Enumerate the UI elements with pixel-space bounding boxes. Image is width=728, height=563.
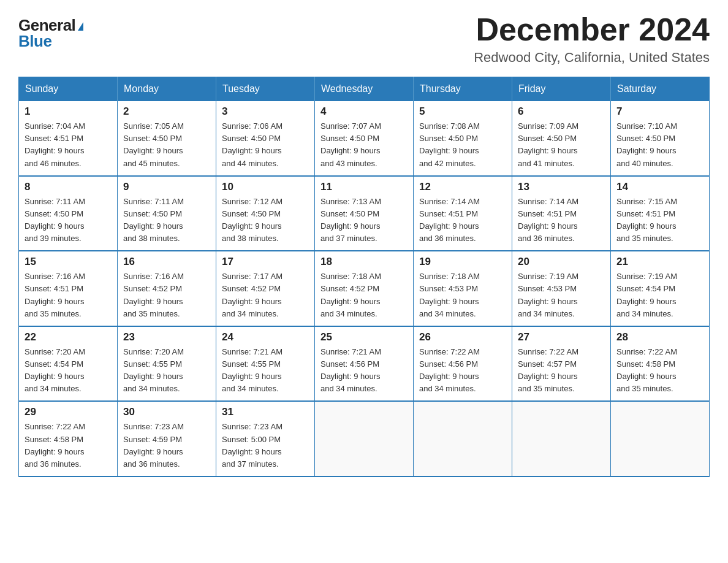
day-cell: 4Sunrise: 7:07 AMSunset: 4:50 PMDaylight… xyxy=(315,101,414,176)
week-row-3: 15Sunrise: 7:16 AMSunset: 4:51 PMDayligh… xyxy=(19,251,710,326)
calendar-header: SundayMondayTuesdayWednesdayThursdayFrid… xyxy=(19,77,710,101)
day-number: 2 xyxy=(123,105,210,118)
day-cell: 2Sunrise: 7:05 AMSunset: 4:50 PMDaylight… xyxy=(118,101,216,176)
day-cell: 31Sunrise: 7:23 AMSunset: 5:00 PMDayligh… xyxy=(216,401,315,477)
day-cell: 18Sunrise: 7:18 AMSunset: 4:52 PMDayligh… xyxy=(315,251,414,326)
month-title: December 2024 xyxy=(474,12,710,47)
day-number: 22 xyxy=(25,331,112,343)
day-info: Sunrise: 7:09 AMSunset: 4:50 PMDaylight:… xyxy=(518,120,605,170)
day-info: Sunrise: 7:18 AMSunset: 4:52 PMDaylight:… xyxy=(320,270,408,320)
day-info: Sunrise: 7:11 AMSunset: 4:50 PMDaylight:… xyxy=(25,196,112,245)
day-info: Sunrise: 7:19 AMSunset: 4:54 PMDaylight:… xyxy=(616,270,703,320)
header-wednesday: Wednesday xyxy=(315,77,414,101)
day-cell: 3Sunrise: 7:06 AMSunset: 4:50 PMDaylight… xyxy=(216,101,315,176)
day-number: 10 xyxy=(222,181,309,193)
day-cell: 12Sunrise: 7:14 AMSunset: 4:51 PMDayligh… xyxy=(414,176,512,251)
day-number: 16 xyxy=(123,256,210,268)
day-cell: 29Sunrise: 7:22 AMSunset: 4:58 PMDayligh… xyxy=(19,401,118,477)
day-number: 14 xyxy=(616,181,703,193)
day-info: Sunrise: 7:15 AMSunset: 4:51 PMDaylight:… xyxy=(616,196,703,245)
day-number: 24 xyxy=(222,331,309,343)
day-number: 23 xyxy=(123,331,210,343)
logo-blue-text: Blue xyxy=(18,32,51,50)
day-number: 7 xyxy=(616,105,703,118)
day-cell: 8Sunrise: 7:11 AMSunset: 4:50 PMDaylight… xyxy=(19,176,118,251)
page-header: General Blue December 2024 Redwood City,… xyxy=(18,12,710,66)
day-info: Sunrise: 7:07 AMSunset: 4:50 PMDaylight:… xyxy=(320,120,408,170)
day-cell: 26Sunrise: 7:22 AMSunset: 4:56 PMDayligh… xyxy=(414,326,512,402)
header-thursday: Thursday xyxy=(414,77,512,101)
day-cell: 9Sunrise: 7:11 AMSunset: 4:50 PMDaylight… xyxy=(118,176,216,251)
week-row-2: 8Sunrise: 7:11 AMSunset: 4:50 PMDaylight… xyxy=(19,176,710,251)
day-cell: 28Sunrise: 7:22 AMSunset: 4:58 PMDayligh… xyxy=(611,326,710,402)
logo-line2: Blue xyxy=(18,33,51,49)
day-number: 6 xyxy=(518,105,605,118)
day-cell: 16Sunrise: 7:16 AMSunset: 4:52 PMDayligh… xyxy=(118,251,216,326)
day-number: 18 xyxy=(320,256,408,268)
day-info: Sunrise: 7:14 AMSunset: 4:51 PMDaylight:… xyxy=(518,196,605,245)
day-number: 1 xyxy=(25,105,112,118)
calendar-table: SundayMondayTuesdayWednesdayThursdayFrid… xyxy=(18,77,710,477)
day-info: Sunrise: 7:08 AMSunset: 4:50 PMDaylight:… xyxy=(419,120,506,170)
day-number: 21 xyxy=(616,256,703,268)
day-cell: 17Sunrise: 7:17 AMSunset: 4:52 PMDayligh… xyxy=(216,251,315,326)
day-cell: 1Sunrise: 7:04 AMSunset: 4:51 PMDaylight… xyxy=(19,101,118,176)
day-cell: 22Sunrise: 7:20 AMSunset: 4:54 PMDayligh… xyxy=(19,326,118,402)
calendar-body: 1Sunrise: 7:04 AMSunset: 4:51 PMDaylight… xyxy=(19,101,710,477)
day-cell: 25Sunrise: 7:21 AMSunset: 4:56 PMDayligh… xyxy=(315,326,414,402)
day-cell xyxy=(512,401,611,477)
day-number: 17 xyxy=(222,256,309,268)
day-info: Sunrise: 7:16 AMSunset: 4:52 PMDaylight:… xyxy=(123,270,210,320)
header-saturday: Saturday xyxy=(611,77,710,101)
day-info: Sunrise: 7:20 AMSunset: 4:54 PMDaylight:… xyxy=(25,346,112,396)
day-cell: 21Sunrise: 7:19 AMSunset: 4:54 PMDayligh… xyxy=(611,251,710,326)
header-row: SundayMondayTuesdayWednesdayThursdayFrid… xyxy=(19,77,710,101)
week-row-4: 22Sunrise: 7:20 AMSunset: 4:54 PMDayligh… xyxy=(19,326,710,402)
day-info: Sunrise: 7:17 AMSunset: 4:52 PMDaylight:… xyxy=(222,270,309,320)
day-cell: 15Sunrise: 7:16 AMSunset: 4:51 PMDayligh… xyxy=(19,251,118,326)
day-info: Sunrise: 7:21 AMSunset: 4:55 PMDaylight:… xyxy=(222,346,309,396)
logo-line1: General xyxy=(18,17,83,33)
day-info: Sunrise: 7:04 AMSunset: 4:51 PMDaylight:… xyxy=(25,120,112,170)
day-number: 11 xyxy=(320,181,408,193)
day-number: 19 xyxy=(419,256,506,268)
day-info: Sunrise: 7:16 AMSunset: 4:51 PMDaylight:… xyxy=(25,270,112,320)
day-cell: 27Sunrise: 7:22 AMSunset: 4:57 PMDayligh… xyxy=(512,326,611,402)
day-cell: 6Sunrise: 7:09 AMSunset: 4:50 PMDaylight… xyxy=(512,101,611,176)
day-number: 28 xyxy=(616,331,703,343)
day-info: Sunrise: 7:18 AMSunset: 4:53 PMDaylight:… xyxy=(419,270,506,320)
header-sunday: Sunday xyxy=(19,77,118,101)
day-cell: 13Sunrise: 7:14 AMSunset: 4:51 PMDayligh… xyxy=(512,176,611,251)
day-info: Sunrise: 7:22 AMSunset: 4:56 PMDaylight:… xyxy=(419,346,506,396)
day-cell: 30Sunrise: 7:23 AMSunset: 4:59 PMDayligh… xyxy=(118,401,216,477)
day-number: 29 xyxy=(25,406,112,418)
day-number: 20 xyxy=(518,256,605,268)
day-info: Sunrise: 7:21 AMSunset: 4:56 PMDaylight:… xyxy=(320,346,408,396)
day-cell: 14Sunrise: 7:15 AMSunset: 4:51 PMDayligh… xyxy=(611,176,710,251)
day-number: 8 xyxy=(25,181,112,193)
day-cell xyxy=(414,401,512,477)
day-number: 9 xyxy=(123,181,210,193)
day-number: 30 xyxy=(123,406,210,418)
day-info: Sunrise: 7:20 AMSunset: 4:55 PMDaylight:… xyxy=(123,346,210,396)
header-friday: Friday xyxy=(512,77,611,101)
day-info: Sunrise: 7:12 AMSunset: 4:50 PMDaylight:… xyxy=(222,196,309,245)
day-cell: 24Sunrise: 7:21 AMSunset: 4:55 PMDayligh… xyxy=(216,326,315,402)
title-area: December 2024 Redwood City, California, … xyxy=(474,12,710,66)
day-info: Sunrise: 7:05 AMSunset: 4:50 PMDaylight:… xyxy=(123,120,210,170)
day-number: 31 xyxy=(222,406,309,418)
week-row-1: 1Sunrise: 7:04 AMSunset: 4:51 PMDaylight… xyxy=(19,101,710,176)
logo-triangle-icon xyxy=(78,22,83,31)
day-number: 3 xyxy=(222,105,309,118)
day-info: Sunrise: 7:06 AMSunset: 4:50 PMDaylight:… xyxy=(222,120,309,170)
header-monday: Monday xyxy=(118,77,216,101)
day-info: Sunrise: 7:11 AMSunset: 4:50 PMDaylight:… xyxy=(123,196,210,245)
day-info: Sunrise: 7:22 AMSunset: 4:58 PMDaylight:… xyxy=(616,346,703,396)
day-info: Sunrise: 7:14 AMSunset: 4:51 PMDaylight:… xyxy=(419,196,506,245)
header-tuesday: Tuesday xyxy=(216,77,315,101)
day-number: 12 xyxy=(419,181,506,193)
day-info: Sunrise: 7:22 AMSunset: 4:57 PMDaylight:… xyxy=(518,346,605,396)
day-number: 26 xyxy=(419,331,506,343)
day-cell: 23Sunrise: 7:20 AMSunset: 4:55 PMDayligh… xyxy=(118,326,216,402)
day-info: Sunrise: 7:23 AMSunset: 4:59 PMDaylight:… xyxy=(123,421,210,470)
